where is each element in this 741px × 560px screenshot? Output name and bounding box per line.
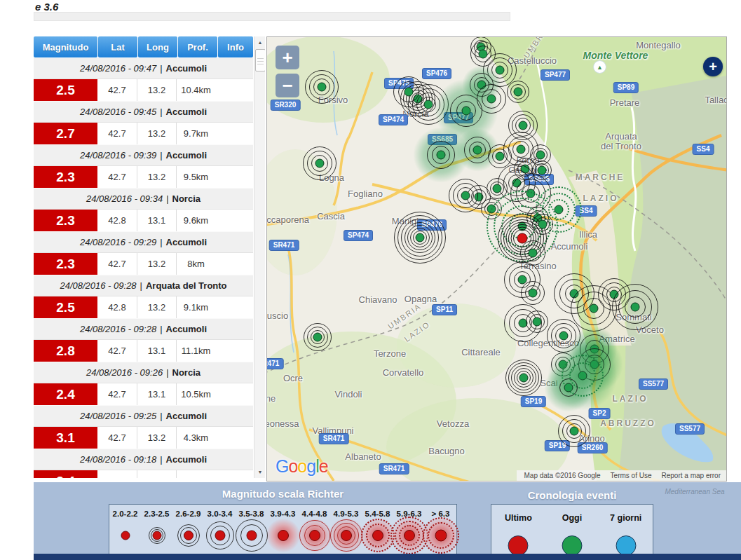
column-header-prof[interactable]: Prof. xyxy=(178,36,217,57)
page-heading: e 3.6 xyxy=(35,1,58,13)
magnitude-badge[interactable]: 2.7 xyxy=(34,123,97,144)
terms-of-use-link[interactable]: Terms of Use xyxy=(611,472,652,479)
magnitude-badge[interactable]: 2.3 xyxy=(34,166,97,188)
event-date-row: 24/08/2016 - 09:47|Accumoli xyxy=(34,57,253,79)
magnitude-badge[interactable]: 2.8 xyxy=(34,340,97,362)
chronology-dot xyxy=(616,535,636,556)
event-info-cell xyxy=(215,427,250,449)
event-lat: 42.7 xyxy=(97,470,137,478)
event-depth: 9.7km xyxy=(176,123,215,144)
report-map-error-link[interactable]: Report a map error xyxy=(662,472,721,479)
column-header-lat[interactable]: Lat xyxy=(98,36,137,57)
magnitude-legend-item: 3.5-3.8 xyxy=(236,505,267,560)
event-data-row[interactable]: 2.342.813.19.6km xyxy=(34,210,253,231)
magnitude-legend-item: 3.0-3.4 xyxy=(204,505,236,560)
marker-dot xyxy=(590,304,599,313)
map-place-label: del Tronto xyxy=(601,141,641,151)
scroll-up-button[interactable]: ▲ xyxy=(254,36,265,48)
marker-dot xyxy=(519,374,529,383)
chronology-legend-box: UltimoOggi7 giorni xyxy=(491,504,653,560)
magnitude-badge[interactable]: 2.5 xyxy=(34,296,97,318)
map[interactable]: ForsivoNorciaCastelluccioMontegalloPreta… xyxy=(266,36,727,482)
event-long: 13.1 xyxy=(137,210,176,231)
map-place-label: Corvatello xyxy=(383,367,424,378)
event-date-row: 24/08/2016 - 09:34|Norcia xyxy=(34,188,253,210)
magnitude-legend-item: 5.4-5.8 xyxy=(362,505,393,560)
map-place-label: Arquata xyxy=(605,131,637,142)
date-place-separator: | xyxy=(160,237,162,247)
magnitude-badge[interactable]: 2.5 xyxy=(34,79,97,101)
magnitude-badge[interactable]: 3.1 xyxy=(34,427,97,449)
magnitude-range-label: 3.9-4.3 xyxy=(267,510,299,518)
event-lat: 42.7 xyxy=(97,123,137,144)
event-date-row: 24/08/2016 - 09:25|Accumoli xyxy=(34,405,253,427)
event-data-row[interactable]: 2.342.713.29.5km xyxy=(34,166,253,188)
column-header-magnitudo[interactable]: Magnitudo xyxy=(34,36,97,57)
scroll-thumb[interactable] xyxy=(255,49,265,71)
event-data-row[interactable]: 2.742.713.29.7km xyxy=(34,123,253,144)
road-badge: SR471 xyxy=(266,358,283,369)
legend-dot xyxy=(372,530,383,541)
map-place-label: ne xyxy=(266,393,276,404)
event-depth: 9.1km xyxy=(176,296,215,318)
heading-divider xyxy=(34,12,510,21)
event-data-row[interactable]: 2.842.713.111.1km xyxy=(34,340,253,362)
marker-dot xyxy=(564,383,573,392)
magnitude-badge[interactable]: 2.3 xyxy=(34,253,97,275)
event-lat: 42.7 xyxy=(97,253,137,275)
google-logo[interactable]: Google xyxy=(276,456,328,477)
event-data-row[interactable]: 2.442.713.18.5km xyxy=(34,470,253,478)
road-badge: SP2 xyxy=(589,408,611,419)
chronology-dot xyxy=(508,535,529,556)
marker-dot xyxy=(318,83,327,92)
table-scrollbar[interactable]: ▲ ▼ xyxy=(254,36,265,478)
event-data-row[interactable]: 2.442.713.110.5km xyxy=(34,383,253,405)
expand-plus-button[interactable]: + xyxy=(703,57,723,76)
google-logo-letter: o xyxy=(288,456,297,476)
column-header-long[interactable]: Long xyxy=(138,36,177,57)
map-place-label: Accumoli xyxy=(551,241,588,252)
road-badge: SR471 xyxy=(319,433,349,444)
legend-dot xyxy=(435,530,447,542)
legend-dot xyxy=(341,530,352,541)
zoom-out-button[interactable]: − xyxy=(276,74,299,97)
magnitude-legend-item: 2.0-2.2 xyxy=(109,505,141,560)
magnitude-legend-item: 3.9-4.3 xyxy=(267,505,299,560)
sea-label: Mediterranean Sea xyxy=(660,488,730,496)
column-header-info[interactable]: Info xyxy=(218,36,253,57)
event-info-cell xyxy=(215,166,250,188)
magnitude-legend-item: 4.9-5.3 xyxy=(330,505,362,560)
map-zoom-control: + − xyxy=(276,46,299,102)
marker-dot xyxy=(514,88,523,97)
marker-dot xyxy=(538,166,547,175)
event-depth: 8km xyxy=(176,253,215,275)
zoom-in-button[interactable]: + xyxy=(276,46,299,69)
map-place-label: Albaneto xyxy=(345,451,381,462)
event-data-row[interactable]: 2.542.713.210.4km xyxy=(34,79,253,101)
road-badge: SS4 xyxy=(693,144,714,155)
event-data-row[interactable]: 2.342.713.28km xyxy=(34,253,253,275)
event-depth: 10.5km xyxy=(176,383,215,405)
marker-dot xyxy=(493,184,502,193)
magnitude-badge[interactable]: 2.3 xyxy=(34,210,97,231)
event-data-row[interactable]: 3.142.713.24.3km xyxy=(34,427,253,449)
legend-dot xyxy=(278,530,289,541)
magnitude-legend-title: Magnitudo scala Richter xyxy=(109,488,457,500)
magnitude-legend-item: 5.9-6.3 xyxy=(393,505,425,560)
legend-dot xyxy=(404,530,415,541)
legend-dot xyxy=(184,531,193,540)
event-datetime: 24/08/2016 - 09:26 xyxy=(86,367,163,378)
magnitude-badge[interactable]: 2.4 xyxy=(34,470,97,478)
event-data-row[interactable]: 2.542.813.29.1km xyxy=(34,296,253,318)
scroll-down-button[interactable]: ▼ xyxy=(254,466,265,478)
event-date-row: 24/08/2016 - 09:18|Accumoli xyxy=(34,449,253,470)
event-depth: 8.5km xyxy=(176,470,215,478)
marker-dot xyxy=(538,220,548,229)
magnitude-badge[interactable]: 2.4 xyxy=(34,383,97,405)
event-date-row: 24/08/2016 - 09:28|Accumoli xyxy=(34,318,253,340)
date-place-separator: | xyxy=(166,367,168,378)
event-info-cell xyxy=(215,340,250,362)
chronology-legend-title: Cronologia eventi xyxy=(491,489,653,501)
road-badge: SP89 xyxy=(613,82,639,93)
marker-dot xyxy=(461,191,470,200)
